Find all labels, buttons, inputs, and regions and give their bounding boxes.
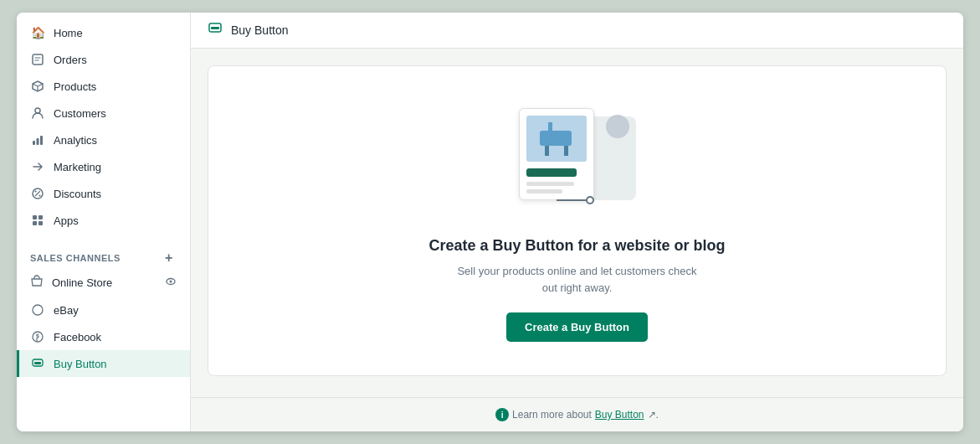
illus-connector-dot	[586, 196, 594, 204]
sidebar-item-facebook[interactable]: Facebook	[17, 323, 190, 350]
main-body: Create a Buy Button for a website or blo…	[191, 49, 963, 397]
sidebar-label-orders: Orders	[54, 54, 87, 66]
illus-line-2	[526, 189, 562, 194]
sidebar-item-marketing[interactable]: Marketing	[17, 153, 190, 180]
svg-point-12	[33, 305, 43, 315]
svg-rect-0	[33, 54, 43, 65]
buy-button-label: Buy Button	[54, 358, 107, 370]
sidebar: 🏠 Home Orders P	[17, 13, 191, 431]
content-card: Create a Buy Button for a website or blo…	[208, 65, 947, 376]
online-store-label: Online Store	[52, 276, 112, 289]
content-description: Sell your products online and let custom…	[452, 263, 703, 296]
svg-point-13	[33, 332, 43, 342]
sidebar-label-marketing: Marketing	[54, 161, 101, 173]
ebay-icon	[30, 302, 45, 318]
chair-leg-left	[545, 146, 549, 156]
sidebar-item-ebay[interactable]: eBay	[17, 297, 190, 323]
sidebar-label-customers: Customers	[54, 107, 106, 120]
eye-icon	[165, 276, 177, 290]
sidebar-item-apps[interactable]: Apps	[17, 207, 190, 234]
sidebar-label-products: Products	[54, 80, 96, 93]
info-icon: i	[495, 408, 509, 421]
sidebar-item-home[interactable]: 🏠 Home	[17, 19, 190, 46]
discounts-icon	[30, 186, 45, 201]
sidebar-label-apps: Apps	[54, 214, 79, 227]
sidebar-label-discounts: Discounts	[54, 188, 101, 200]
analytics-icon	[30, 132, 45, 147]
sales-channels-label: SALES CHANNELS	[30, 253, 121, 263]
sidebar-item-orders[interactable]: Orders	[17, 46, 190, 73]
illus-avatar	[606, 115, 629, 138]
apps-icon	[30, 213, 45, 228]
products-icon	[30, 79, 45, 94]
add-channel-button[interactable]: +	[162, 250, 177, 266]
illus-connector-line	[557, 199, 586, 201]
marketing-icon	[30, 159, 45, 174]
sidebar-item-discounts[interactable]: Discounts	[17, 180, 190, 207]
svg-rect-2	[33, 141, 35, 145]
orders-icon	[30, 52, 45, 67]
svg-rect-17	[211, 27, 219, 29]
svg-point-1	[35, 108, 40, 113]
sidebar-item-buy-button[interactable]: Buy Button	[17, 350, 190, 377]
chair-seat	[540, 131, 572, 146]
svg-rect-15	[34, 362, 41, 364]
customers-icon	[30, 106, 45, 121]
app-window: 🏠 Home Orders P	[17, 13, 963, 431]
chair-shape	[540, 122, 573, 156]
svg-rect-7	[38, 215, 43, 219]
svg-rect-8	[33, 221, 37, 225]
online-store-icon	[30, 275, 44, 291]
sidebar-label-analytics: Analytics	[54, 134, 97, 147]
svg-rect-3	[37, 138, 39, 145]
illus-card	[519, 108, 594, 200]
facebook-label: Facebook	[54, 331, 101, 343]
sidebar-item-customers[interactable]: Customers	[17, 100, 190, 126]
illus-connector	[557, 196, 594, 204]
buy-button-link[interactable]: Buy Button	[595, 409, 644, 421]
illus-card-image	[526, 116, 587, 162]
chair-leg-right	[564, 146, 568, 156]
svg-rect-4	[40, 136, 43, 145]
home-icon: 🏠	[30, 25, 45, 40]
facebook-icon	[30, 329, 45, 344]
buy-button-icon	[30, 356, 45, 371]
illus-button-bar	[526, 168, 577, 177]
content-heading: Create a Buy Button for a website or blo…	[428, 237, 725, 255]
sidebar-item-products[interactable]: Products	[17, 73, 190, 100]
main-content: Buy Button	[191, 13, 963, 431]
sidebar-item-analytics[interactable]: Analytics	[17, 126, 190, 153]
header-buy-button-icon	[208, 21, 223, 39]
footer-bar: i Learn more about Buy Button ↗.	[191, 397, 963, 431]
buy-button-illustration	[511, 100, 644, 217]
page-title: Buy Button	[231, 23, 289, 37]
footer-text: Learn more about	[512, 409, 592, 421]
svg-rect-6	[33, 215, 37, 219]
sidebar-nav: 🏠 Home Orders P	[17, 13, 190, 240]
svg-rect-9	[38, 221, 43, 225]
sidebar-label-home: Home	[54, 27, 83, 39]
svg-point-11	[170, 281, 172, 283]
sidebar-item-online-store[interactable]: Online Store	[17, 269, 190, 297]
illus-line-1	[526, 182, 575, 186]
create-buy-button[interactable]: Create a Buy Button	[506, 312, 648, 342]
main-header: Buy Button	[191, 13, 963, 49]
ebay-label: eBay	[54, 304, 79, 317]
footer-suffix: ↗.	[648, 409, 659, 421]
sales-channels-header: SALES CHANNELS +	[17, 240, 190, 269]
